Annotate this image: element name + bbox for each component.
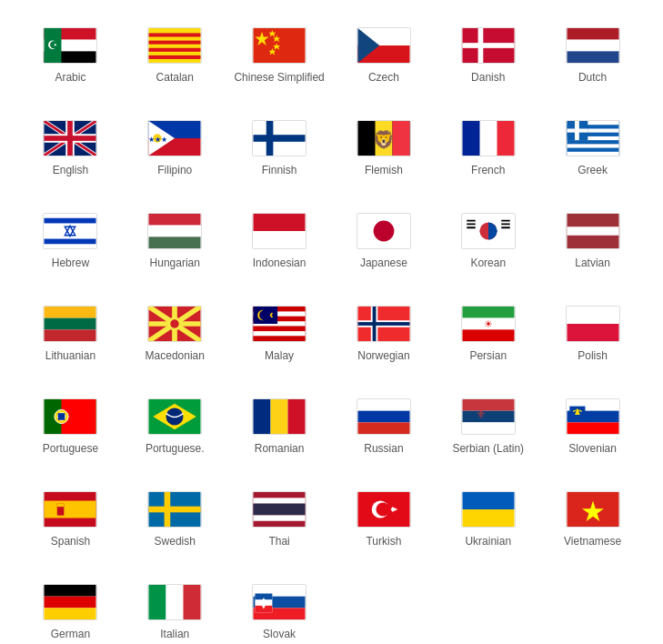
svg-point-73 <box>488 226 497 236</box>
svg-rect-41 <box>254 135 306 142</box>
language-item-ukrainian[interactable]: Ukrainian <box>436 482 540 557</box>
flag-english <box>43 120 97 156</box>
language-item-indonesian[interactable]: Indonesian <box>227 204 332 278</box>
flag-portuguese_br <box>147 398 202 435</box>
language-item-serbian[interactable]: ⚜ Serbian (Latin) <box>436 389 540 464</box>
svg-text:🦁: 🦁 <box>373 129 395 150</box>
svg-rect-129 <box>462 399 514 411</box>
language-item-korean[interactable]: Korean <box>436 204 540 278</box>
svg-rect-114 <box>567 324 618 341</box>
language-item-norwegian[interactable]: Norwegian <box>332 297 437 371</box>
svg-rect-22 <box>567 28 618 40</box>
svg-rect-23 <box>567 40 618 52</box>
language-label-flemish: Flemish <box>365 164 403 176</box>
svg-rect-6 <box>149 33 201 36</box>
language-item-dutch[interactable]: Dutch <box>540 18 645 93</box>
language-item-english[interactable]: English <box>18 111 123 186</box>
svg-rect-67 <box>254 231 306 248</box>
language-item-italian[interactable]: Italian <box>123 575 227 644</box>
language-item-turkish[interactable]: Turkish <box>332 482 437 557</box>
language-item-filipino[interactable]: ★★★ Filipino <box>123 111 227 186</box>
language-label-portuguese_br: Portuguese. <box>146 442 205 455</box>
svg-point-69 <box>374 221 395 242</box>
language-item-greek[interactable]: Greek <box>540 111 645 186</box>
flag-arabic: ☪ <box>43 27 97 64</box>
language-item-romanian[interactable]: Romanian <box>227 389 332 464</box>
language-item-slovenian[interactable]: Slovenian <box>540 389 645 464</box>
language-label-german: German <box>51 628 90 640</box>
language-item-slovak[interactable]: Slovak <box>227 575 332 644</box>
flag-japanese <box>357 213 411 249</box>
language-item-chinese_simplified[interactable]: Chinese Simplified <box>227 18 332 93</box>
flag-danish <box>461 27 516 64</box>
language-item-lithuanian[interactable]: Lithuanian <box>18 297 123 371</box>
svg-rect-63 <box>149 214 201 226</box>
svg-rect-139 <box>45 501 96 518</box>
flag-vietnamese <box>566 491 620 528</box>
flag-italian <box>147 584 202 620</box>
language-item-macedonian[interactable]: Macedonian <box>123 297 227 371</box>
flag-malay <box>252 306 306 342</box>
flag-hungarian <box>147 213 202 249</box>
language-item-latvian[interactable]: Latvian <box>540 204 645 278</box>
flag-slovenian <box>566 398 620 435</box>
svg-rect-135 <box>567 422 618 434</box>
flag-slovak <box>252 584 306 620</box>
language-label-polish: Polish <box>578 349 608 362</box>
language-item-thai[interactable]: Thai <box>227 482 332 557</box>
language-item-spanish[interactable]: Spanish <box>18 482 123 557</box>
language-label-slovenian: Slovenian <box>568 442 617 455</box>
svg-rect-7 <box>149 41 201 45</box>
svg-text:☀: ☀ <box>484 318 493 329</box>
svg-rect-53 <box>567 144 618 147</box>
svg-rect-153 <box>462 492 514 509</box>
language-label-latvian: Latvian <box>575 257 610 269</box>
flag-indonesian <box>252 213 306 249</box>
svg-rect-48 <box>497 121 514 156</box>
language-item-arabic[interactable]: ☪ Arabic <box>18 18 123 93</box>
language-item-danish[interactable]: Danish <box>436 18 540 93</box>
svg-text:★★★: ★★★ <box>148 136 167 144</box>
language-label-filipino: Filipino <box>157 164 192 176</box>
language-item-polish[interactable]: Polish <box>540 297 645 371</box>
language-item-czech[interactable]: Czech <box>332 18 437 93</box>
language-item-hungarian[interactable]: Hungarian <box>123 204 227 278</box>
flag-spanish <box>43 491 97 528</box>
language-item-portuguese_br[interactable]: Portuguese. <box>123 389 227 464</box>
language-label-chinese_simplified: Chinese Simplified <box>234 71 324 84</box>
language-item-flemish[interactable]: 🦁 Flemish <box>332 111 437 186</box>
language-item-catalan[interactable]: Catalan <box>123 18 227 93</box>
language-item-persian[interactable]: ☀ Persian <box>436 297 540 371</box>
language-item-portuguese[interactable]: Portuguese <box>18 389 123 464</box>
svg-rect-83 <box>45 318 96 330</box>
language-label-greek: Greek <box>578 164 608 176</box>
language-label-indonesian: Indonesian <box>253 257 306 269</box>
language-label-malay: Malay <box>265 349 294 362</box>
language-item-french[interactable]: French <box>436 111 540 186</box>
flag-filipino: ★★★ <box>147 120 202 156</box>
language-item-malay[interactable]: Malay <box>227 297 332 371</box>
language-item-german[interactable]: German <box>18 575 123 644</box>
svg-rect-33 <box>45 136 96 141</box>
language-label-english: English <box>53 164 88 176</box>
language-item-finnish[interactable]: Finnish <box>227 111 332 186</box>
svg-point-91 <box>170 319 179 328</box>
flag-portuguese <box>43 398 97 435</box>
language-item-vietnamese[interactable]: Vietnamese <box>540 482 645 557</box>
language-label-lithuanian: Lithuanian <box>45 349 95 362</box>
language-item-hebrew[interactable]: Hebrew <box>18 204 123 278</box>
language-item-japanese[interactable]: Japanese <box>332 204 437 278</box>
language-item-swedish[interactable]: Swedish <box>123 482 227 557</box>
language-label-italian: Italian <box>160 628 189 640</box>
flag-norwegian <box>357 306 411 342</box>
svg-rect-66 <box>254 214 306 231</box>
svg-rect-44 <box>392 121 409 156</box>
svg-rect-108 <box>357 322 409 326</box>
svg-rect-82 <box>45 307 96 318</box>
flag-greek <box>566 120 620 156</box>
svg-rect-21 <box>462 43 514 48</box>
svg-rect-65 <box>149 236 201 248</box>
svg-rect-57 <box>567 128 588 132</box>
language-item-russian[interactable]: Russian <box>332 389 437 464</box>
flag-french <box>461 120 516 156</box>
